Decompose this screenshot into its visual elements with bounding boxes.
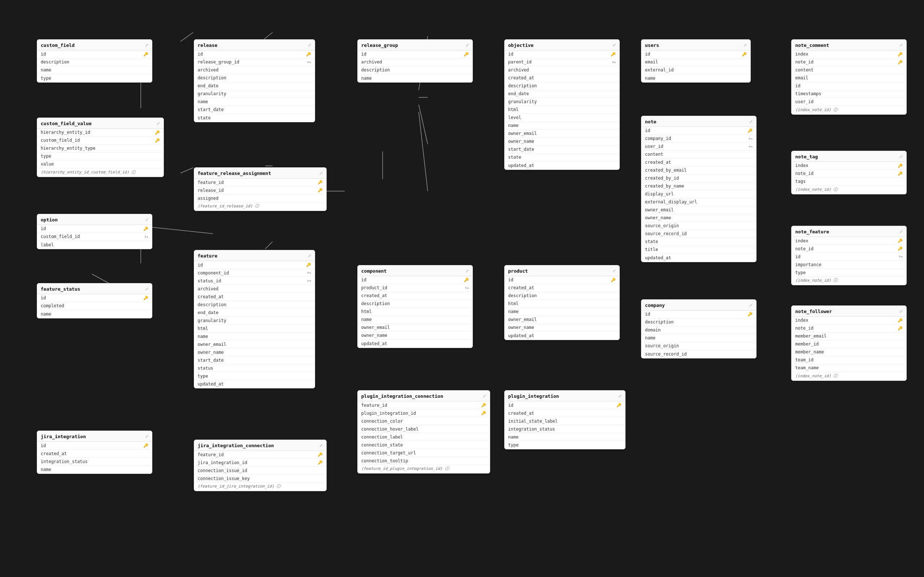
table-users: users⤢id🔑emailexternal_idname: [641, 39, 751, 82]
pk-icon: 🔑: [611, 278, 616, 282]
row-field-name: archived: [361, 60, 469, 64]
table-row: created_at: [505, 74, 619, 82]
table-company: company⤢id🔑descriptiondomainnamesource_o…: [641, 299, 756, 358]
table-row: release_id🔑: [194, 187, 326, 194]
pk-icon: 🔑: [318, 460, 323, 465]
row-icons: 🔑: [898, 246, 903, 251]
table-row: description: [37, 58, 152, 66]
table-row: member_name: [792, 348, 906, 356]
row-icons: 🔑: [898, 326, 903, 331]
table-row: state: [194, 114, 315, 122]
fk-icon: 🗝: [612, 60, 616, 64]
row-field-name: source_record_id: [645, 231, 753, 236]
table-row: team_name: [792, 364, 906, 372]
expand-icon-plugin_integration[interactable]: ⤢: [618, 394, 622, 398]
pk-icon: 🔑: [143, 226, 149, 231]
table-row: user_id: [792, 98, 906, 106]
table-row: archived: [194, 285, 315, 293]
table-feature_status: feature_status⤢id🔑completedname: [37, 283, 152, 318]
row-field-name: description: [198, 302, 311, 307]
expand-icon-note_tag[interactable]: ⤢: [900, 154, 903, 159]
table-body-feature: id🔑component_id🗝status_id🗝archivedcreate…: [194, 261, 315, 388]
row-icons: 🗝: [749, 136, 753, 141]
expand-icon-feature[interactable]: ⤢: [308, 253, 311, 258]
expand-icon-product[interactable]: ⤢: [612, 269, 616, 273]
svg-line-3: [181, 168, 193, 173]
table-row: company_id🗝: [641, 135, 756, 143]
row-icons: 🔑: [318, 188, 323, 193]
table-title-plugin_integration_connection: plugin_integration_connection: [361, 393, 443, 399]
row-field-name: index: [795, 52, 898, 56]
table-row: description: [505, 82, 619, 90]
row-field-name: state: [508, 155, 616, 160]
row-field-name: state: [645, 239, 753, 244]
expand-icon-feature_status[interactable]: ⤢: [145, 287, 149, 292]
row-field-name: connection_color: [361, 419, 486, 424]
table-row: connection_target_url: [358, 449, 490, 457]
table-row: display_url: [641, 190, 756, 198]
expand-icon-jira_integration[interactable]: ⤢: [145, 434, 149, 439]
row-icons: 🔑: [143, 226, 149, 231]
table-row: owner_email: [505, 130, 619, 138]
table-row: email: [641, 58, 750, 66]
table-row: description: [358, 300, 472, 308]
table-row: component_id🗝: [194, 269, 315, 277]
row-icons: 🔑: [898, 163, 903, 168]
row-field-name: owner_name: [198, 350, 311, 355]
pk-icon: 🔑: [748, 312, 753, 317]
table-objective: objective⤢id🔑parent_id🗝archivedcreated_a…: [504, 39, 620, 170]
expand-icon-plugin_integration_connection[interactable]: ⤢: [483, 394, 486, 398]
table-row: id🔑: [505, 401, 625, 409]
pk-icon: 🔑: [464, 52, 469, 56]
expand-icon-note_follower[interactable]: ⤢: [900, 309, 903, 314]
expand-icon-users[interactable]: ⤢: [743, 43, 747, 48]
row-icons: 🔑: [481, 403, 486, 408]
expand-icon-custom_field_value[interactable]: ⤢: [157, 121, 160, 126]
table-row: html: [358, 308, 472, 316]
table-row: custom_field_id🔑: [37, 137, 163, 145]
expand-icon-release_group[interactable]: ⤢: [465, 43, 469, 48]
table-row: level: [505, 114, 619, 122]
expand-icon-objective[interactable]: ⤢: [612, 43, 616, 48]
table-row: archived: [358, 58, 472, 66]
expand-icon-option[interactable]: ⤢: [145, 218, 149, 222]
table-note_feature: note_feature⤢index🔑note_id🔑id🗝importance…: [791, 226, 907, 285]
expand-icon-component[interactable]: ⤢: [465, 269, 469, 273]
table-row: owner_email: [505, 316, 619, 324]
expand-icon-note_feature[interactable]: ⤢: [900, 229, 903, 234]
table-body-jira_integration_connection: feature_id🔑jira_integration_id🔑connectio…: [194, 451, 326, 491]
table-row: user_id🗝: [641, 143, 756, 151]
table-row: content: [641, 151, 756, 159]
row-icons: 🔑: [318, 180, 323, 185]
row-field-name: owner_name: [508, 139, 616, 144]
expand-icon-company[interactable]: ⤢: [749, 303, 753, 308]
row-field-name: created_by_name: [645, 184, 753, 189]
expand-icon-custom_field[interactable]: ⤢: [145, 43, 149, 48]
table-row: updated_at: [505, 161, 619, 169]
pk-icon: 🔑: [898, 239, 903, 243]
row-field-name: type: [41, 76, 149, 81]
row-field-name: description: [645, 319, 753, 324]
expand-icon-release[interactable]: ⤢: [308, 43, 311, 48]
row-field-name: type: [508, 443, 622, 448]
row-field-name: archived: [198, 286, 311, 292]
row-field-name: owner_email: [361, 325, 469, 330]
expand-icon-feature_release_assignment[interactable]: ⤢: [320, 171, 323, 176]
row-field-name: importance: [795, 262, 903, 267]
table-row: type: [505, 441, 625, 449]
expand-icon-note_comment[interactable]: ⤢: [900, 43, 903, 48]
row-field-name: id: [41, 226, 143, 231]
row-icons: 🔑: [143, 443, 149, 448]
table-row: note_id🔑: [792, 170, 906, 178]
expand-icon-jira_integration_connection[interactable]: ⤢: [320, 443, 323, 448]
table-custom_field: custom_field⤢id🔑descriptionnametype: [37, 39, 152, 82]
pk-icon: 🔑: [143, 52, 149, 56]
table-row: index🔑: [792, 237, 906, 245]
row-field-name: id: [645, 52, 742, 56]
table-title-note: note: [645, 119, 656, 124]
table-row: connection_issue_id: [194, 467, 326, 475]
table-row: owner_name: [505, 324, 619, 332]
expand-icon-note[interactable]: ⤢: [749, 119, 753, 124]
row-field-name: name: [41, 467, 149, 472]
row-field-name: initial_state_label: [508, 419, 622, 424]
